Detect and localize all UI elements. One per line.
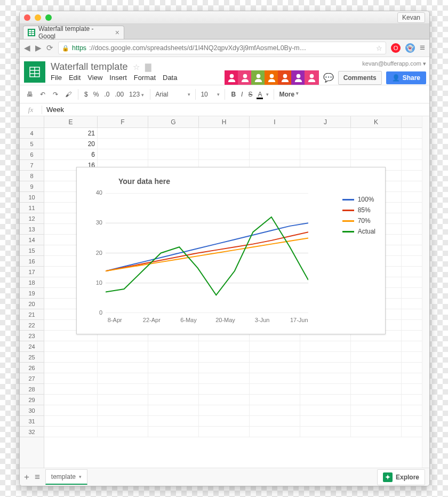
formula-input[interactable]: Week [42,106,429,114]
close-window-button[interactable] [24,14,30,21]
column-header-G[interactable]: G [148,116,199,127]
star-document-icon[interactable]: ☆ [133,62,140,72]
menu-data[interactable]: Data [163,74,177,82]
increase-decimal-button[interactable]: .00 [114,91,125,98]
forward-button[interactable]: ▶ [35,43,42,53]
row-header-15[interactable]: 15 [20,245,44,256]
row-header-13[interactable]: 13 [20,224,44,235]
row-header-23[interactable]: 23 [20,331,44,341]
row-header-20[interactable]: 20 [20,299,44,309]
row-header-21[interactable]: 21 [20,309,44,320]
column-header-J[interactable]: J [300,116,351,127]
menu-format[interactable]: Format [134,74,156,82]
embedded-chart[interactable]: Your data here 100%85%70%Actual 01020304… [76,167,386,334]
presence-avatar-2[interactable] [251,70,266,85]
row-6[interactable]: 6 [44,149,422,160]
sheet-tab-menu-icon[interactable]: ▾ [79,474,82,479]
back-button[interactable]: ◀ [24,43,30,53]
document-title[interactable]: Waterfall template [51,61,127,73]
number-format-button[interactable]: 123 ▾ [128,91,145,98]
font-size-select[interactable]: 10▾ [201,91,220,98]
row-header-25[interactable]: 25 [20,352,44,363]
column-header-H[interactable]: H [199,116,250,127]
select-all-corner[interactable] [20,116,44,128]
more-tools-button[interactable]: More ▾ [279,91,299,98]
share-button[interactable]: 👤 Share [386,71,426,84]
browser-profile-button[interactable]: Kevan [397,12,425,23]
vertical-scrollbar[interactable] [422,116,429,468]
row-headers[interactable]: 4567891011121314151617181920212223242526… [20,128,44,468]
row-header-32[interactable]: 32 [20,427,44,437]
browser-tab[interactable]: Waterfall template - Googl × [23,26,124,39]
row-header-19[interactable]: 19 [20,288,44,299]
bold-button[interactable]: B [230,91,237,98]
menu-view[interactable]: View [87,74,102,82]
presence-avatar-5[interactable] [291,70,306,85]
row-header-11[interactable]: 11 [20,203,44,213]
presence-avatar-3[interactable] [265,70,279,85]
row-header-29[interactable]: 29 [20,395,44,405]
row-header-8[interactable]: 8 [20,171,44,181]
row-27[interactable] [44,373,422,384]
minimize-window-button[interactable] [35,14,41,21]
move-folder-icon[interactable]: ▇ [145,62,151,72]
row-header-5[interactable]: 5 [20,139,44,149]
row-28[interactable] [44,384,422,395]
row-4[interactable]: 21 [44,128,422,139]
maximize-window-button[interactable] [45,14,52,21]
row-header-26[interactable]: 26 [20,363,44,373]
menu-insert[interactable]: Insert [109,74,127,82]
presence-avatar-0[interactable] [225,70,239,85]
row-header-12[interactable]: 12 [20,213,44,224]
paint-format-icon[interactable]: 🖌 [63,91,73,98]
font-family-select[interactable]: Arial▾ [155,91,190,98]
row-header-31[interactable]: 31 [20,416,44,427]
row-header-10[interactable]: 10 [20,192,44,203]
url-field[interactable]: 🔒 https://docs.google.com/spreadsheets/d… [58,42,386,54]
row-29[interactable] [44,395,422,405]
text-color-button[interactable]: A [257,91,263,98]
row-header-18[interactable]: 18 [20,277,44,288]
row-header-24[interactable]: 24 [20,341,44,352]
sheets-logo[interactable] [24,61,45,83]
redo-icon[interactable]: ↷ [51,91,60,98]
undo-icon[interactable]: ↶ [38,91,47,98]
menu-edit[interactable]: Edit [69,74,81,82]
row-header-4[interactable]: 4 [20,128,44,139]
column-header-I[interactable]: I [250,116,300,127]
row-32[interactable] [44,427,422,437]
decrease-decimal-button[interactable]: .0 [103,91,110,98]
chat-icon[interactable]: 💬 [323,73,334,83]
sheet-tab-active[interactable]: template ▾ [45,469,87,485]
account-email[interactable]: kevan@bufferapp.com ▾ [362,60,426,67]
all-sheets-button[interactable]: ≡ [35,472,40,483]
menu-file[interactable]: File [51,74,62,82]
browser-menu-icon[interactable]: ≡ [420,43,425,53]
row-24[interactable] [44,341,422,352]
row-26[interactable] [44,363,422,373]
row-30[interactable] [44,405,422,416]
strikethrough-button[interactable]: S [247,91,253,98]
row-header-16[interactable]: 16 [20,256,44,267]
row-header-14[interactable]: 14 [20,235,44,245]
presence-avatar-1[interactable] [238,70,252,85]
reload-button[interactable]: ⟳ [46,43,53,53]
column-headers[interactable]: EFGHIJK [44,116,422,128]
print-icon[interactable]: 🖶 [25,91,35,98]
row-header-30[interactable]: 30 [20,405,44,416]
row-5[interactable]: 20 [44,139,422,149]
extension-icon-1[interactable]: O [391,43,401,53]
column-header-F[interactable]: F [98,116,148,127]
row-header-28[interactable]: 28 [20,384,44,395]
comments-button[interactable]: Comments [338,71,382,85]
row-header-22[interactable]: 22 [20,320,44,331]
column-header-E[interactable]: E [44,116,98,127]
add-sheet-button[interactable]: + [24,472,29,483]
bookmark-star-icon[interactable]: ☆ [376,44,382,52]
row-header-6[interactable]: 6 [20,149,44,160]
row-header-27[interactable]: 27 [20,373,44,384]
row-31[interactable] [44,416,422,427]
row-header-9[interactable]: 9 [20,181,44,192]
spreadsheet-grid[interactable]: EFGHIJK 45678910111213141516171819202122… [20,116,429,468]
explore-button[interactable]: ✦ Explore [377,469,425,485]
